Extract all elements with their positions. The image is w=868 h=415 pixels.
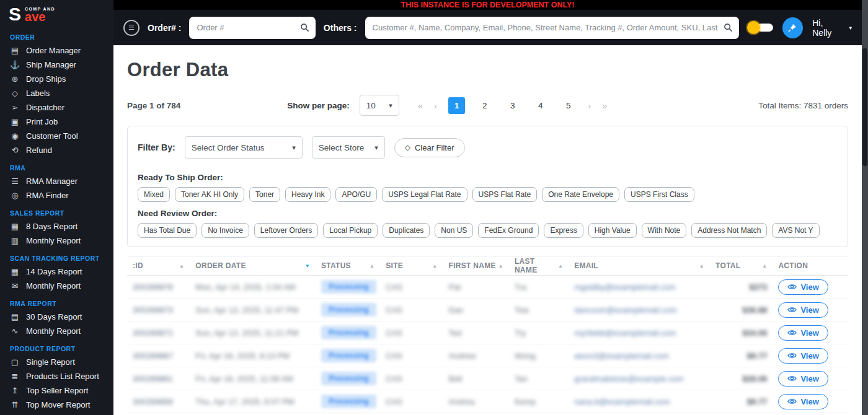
sidebar-item-print-job[interactable]: ▣ Print Job	[0, 115, 113, 129]
column-header-site[interactable]: SITE▲	[380, 256, 443, 276]
sidebar-item-top-seller-report[interactable]: ↥ Top Seller Report	[0, 383, 113, 398]
column-header-first-name[interactable]: FIRST NAME▲	[443, 256, 509, 276]
sidebar-item-dispatcher[interactable]: ➢ Dispatcher	[0, 100, 113, 115]
user-greeting: Hi, Nelly	[812, 18, 844, 38]
column-header-order-date[interactable]: ORDER DATE▼	[190, 256, 316, 276]
sidebar-item-8-days-report[interactable]: ▦ 8 Days Report	[0, 219, 113, 234]
quick-filter-pill[interactable]: With Note	[642, 223, 687, 238]
site: CAS	[386, 305, 402, 315]
page-button-5[interactable]: 5	[560, 97, 577, 114]
sidebar-item-top-mover-report[interactable]: ⇈ Top Mover Report	[0, 398, 113, 412]
prev-page-button[interactable]: ‹	[434, 100, 437, 111]
sort-icon[interactable]: ▲	[370, 263, 374, 269]
quick-filter-pill[interactable]: No Invoice	[202, 223, 249, 238]
view-button[interactable]: View	[778, 348, 828, 364]
sidebar-item-customer-tool[interactable]: ◉ Customer Tool	[0, 129, 113, 143]
first-page-button[interactable]: «	[418, 100, 423, 111]
quick-filter-pill[interactable]: Toner AK HI Only	[175, 187, 244, 202]
order-status-select[interactable]: Select Order Status	[185, 136, 303, 159]
search-icon[interactable]	[300, 23, 309, 32]
sidebar-item-rma-monthly-report[interactable]: ∿ Monthly Report	[0, 324, 113, 338]
first-name: Bell	[449, 374, 463, 383]
sidebar-item-order-manager[interactable]: ▤ Order Manager	[0, 43, 113, 58]
last-page-button[interactable]: »	[602, 100, 607, 111]
sort-icon[interactable]: ▼	[305, 263, 310, 269]
quick-filter-pill[interactable]: One Rate Envelope	[542, 187, 619, 202]
view-button[interactable]: View	[778, 371, 828, 387]
first-name: Andrea	[449, 397, 475, 406]
pin-button[interactable]	[782, 17, 804, 38]
view-button[interactable]: View	[778, 279, 828, 295]
quick-filter-pill[interactable]: Express	[544, 223, 583, 238]
quick-filter-pill[interactable]: Mixed	[138, 187, 170, 202]
quick-filter-pill[interactable]: Non US	[435, 223, 473, 238]
quick-filter-pill[interactable]: High Value	[588, 223, 637, 238]
vertical-scrollbar[interactable]	[862, 0, 868, 415]
top-header: ☰ Order# : Others : Hi, Nelly ▾	[113, 10, 862, 45]
column-header-email[interactable]: EMAIL▲	[569, 256, 710, 276]
sidebar-item-refund[interactable]: ⟲ Refund	[0, 143, 113, 157]
sort-icon[interactable]: ▲	[498, 263, 503, 269]
quick-filter-pill[interactable]: Local Pickup	[323, 223, 378, 238]
email: nana.b@examplemail.com	[574, 397, 670, 406]
quick-filter-pill[interactable]: APO/GU	[335, 187, 377, 202]
quick-filter-pill[interactable]: USPS Legal Flat Rate	[382, 187, 467, 202]
quick-filter-pill[interactable]: Toner	[249, 187, 280, 202]
others-search-input[interactable]	[365, 17, 739, 39]
store-select[interactable]: Select Store	[312, 136, 385, 159]
eye-icon	[787, 398, 797, 405]
quick-filter-pill[interactable]: AVS Not Y	[772, 223, 819, 238]
quick-filter-pill[interactable]: Leftover Orders	[254, 223, 318, 238]
sidebar-item-rma-manager[interactable]: ☰ RMA Manager	[0, 174, 113, 188]
sidebar-item-30-days-report[interactable]: ▤ 30 Days Report	[0, 310, 113, 324]
quick-filter-pill[interactable]: FedEx Ground	[478, 223, 539, 238]
sidebar-item-labels[interactable]: ◇ Labels	[0, 86, 113, 100]
quick-filter-pill[interactable]: Heavy Ink	[285, 187, 330, 202]
theme-toggle[interactable]	[747, 21, 773, 34]
table-row: 300269876 Mon, Apr 14, 2025, 1:04 AM Pro…	[127, 276, 848, 299]
sidebar-item-single-report[interactable]: ▢ Single Report	[0, 355, 113, 369]
scrollbar-thumb[interactable]	[862, 48, 867, 166]
user-menu[interactable]: Hi, Nelly ▾	[812, 18, 852, 38]
page-info: Page 1 of 784	[127, 101, 180, 110]
sidebar-item-scan-monthly-report[interactable]: ✉ Monthly Report	[0, 279, 113, 293]
menu-icon[interactable]: ☰	[123, 20, 140, 36]
page-button-1[interactable]: 1	[448, 97, 465, 114]
page-button-3[interactable]: 3	[504, 97, 521, 114]
page-button-2[interactable]: 2	[476, 97, 493, 114]
sort-icon[interactable]: ▲	[762, 263, 767, 269]
column-header-id[interactable]: :ID▲	[127, 256, 190, 276]
per-page-select[interactable]: 10	[360, 95, 399, 116]
quick-filter-pill[interactable]: USPS First Class	[624, 187, 694, 202]
sidebar-item-products-list-report[interactable]: ≣ Products List Report	[0, 369, 113, 383]
clear-filter-button[interactable]: ◇ Clear Filter	[394, 138, 465, 157]
sidebar-item-sales-monthly-report[interactable]: ▥ Monthly Report	[0, 234, 113, 248]
column-header-status[interactable]: STATUS▲	[316, 256, 380, 276]
view-button[interactable]: View	[778, 394, 828, 409]
sort-icon[interactable]: ▲	[179, 263, 184, 269]
sort-icon[interactable]: ▲	[699, 263, 704, 269]
column-header-total[interactable]: TOTAL▲	[710, 256, 773, 276]
last-name: Wong	[515, 351, 536, 360]
sidebar-item-ship-manager[interactable]: ⚓ Ship Manager	[0, 58, 113, 72]
chart-icon: ▦	[10, 222, 20, 231]
quick-filter-pill[interactable]: Duplicates	[383, 223, 430, 238]
sidebar-item-drop-ships[interactable]: ⊕ Drop Ships	[0, 72, 113, 86]
next-page-button[interactable]: ›	[588, 100, 591, 111]
page-button-4[interactable]: 4	[532, 97, 549, 114]
sidebar-item-14-days-report[interactable]: ▦ 14 Days Report	[0, 264, 113, 279]
sort-icon[interactable]: ▲	[558, 263, 563, 269]
sidebar-item-rma-finder[interactable]: ◎ RMA Finder	[0, 188, 113, 203]
view-button[interactable]: View	[778, 325, 828, 341]
column-header-last-name[interactable]: LAST NAME▲	[509, 256, 569, 276]
quick-filter-pill[interactable]: Has Total Due	[138, 223, 197, 238]
logo[interactable]: S COMP AND ave	[0, 0, 113, 27]
search-icon[interactable]	[724, 23, 733, 32]
order-date: Thu, Apr 17, 2025, 9:07 PM	[195, 397, 294, 406]
sort-icon[interactable]: ▲	[432, 263, 437, 269]
quick-filter-pill[interactable]: Address Not Match	[691, 223, 767, 238]
view-button[interactable]: View	[778, 302, 828, 318]
quick-filter-pill[interactable]: USPS Flat Rate	[472, 187, 538, 202]
order-id: 300269867	[133, 351, 173, 360]
order-number-input[interactable]	[189, 17, 315, 39]
